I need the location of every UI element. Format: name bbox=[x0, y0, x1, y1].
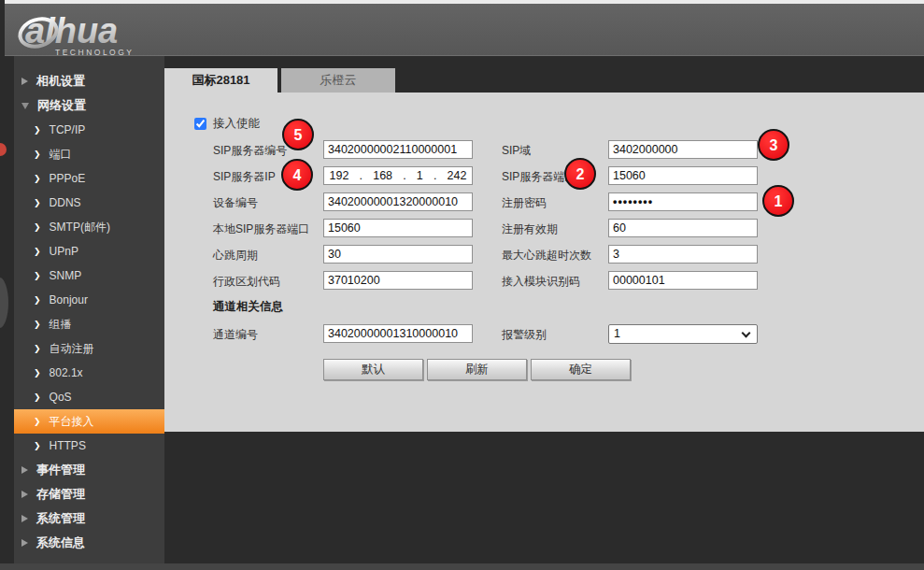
sip-domain-label: SIP域 bbox=[502, 143, 531, 159]
sidebar-item-label: TCP/IP bbox=[50, 118, 86, 142]
sidebar-item-ddns[interactable]: DDNS bbox=[14, 191, 164, 215]
sidebar-group-label: 相机设置 bbox=[36, 69, 85, 93]
sip-server-id-input[interactable] bbox=[323, 140, 473, 159]
edge-notification-dot bbox=[0, 143, 7, 156]
sidebar-item-auto-register[interactable]: 自动注册 bbox=[14, 336, 164, 361]
chevron-right-icon bbox=[34, 191, 41, 215]
sidebar-group-camera[interactable]: 相机设置 bbox=[14, 69, 164, 93]
region-code-label: 行政区划代码 bbox=[213, 274, 280, 290]
ip-octet-4[interactable]: 242 bbox=[448, 169, 467, 182]
ip-dot: . bbox=[434, 169, 436, 182]
triangle-down-icon bbox=[21, 103, 29, 109]
enable-access-checkbox[interactable] bbox=[194, 118, 206, 130]
triangle-right-icon bbox=[21, 78, 28, 85]
ip-octet-3[interactable]: 1 bbox=[417, 169, 423, 182]
tab-bar: 国标28181 乐橙云 bbox=[164, 68, 395, 93]
chevron-right-icon bbox=[34, 434, 41, 458]
ip-dot: . bbox=[360, 169, 362, 182]
sidebar-item-label: 平台接入 bbox=[50, 409, 94, 434]
channel-id-input[interactable] bbox=[323, 324, 473, 343]
sidebar-item-label: DDNS bbox=[50, 191, 81, 215]
sidebar-group-label: 事件管理 bbox=[36, 458, 85, 482]
annotation-badge-2: 2 bbox=[564, 158, 596, 190]
register-password-label: 注册密码 bbox=[502, 195, 547, 211]
annotation-badge-4: 4 bbox=[281, 159, 313, 191]
sidebar-item-label: SMTP(邮件) bbox=[50, 215, 110, 239]
sidebar-item-label: 自动注册 bbox=[50, 336, 94, 361]
sidebar-group-label: 网络设置 bbox=[37, 93, 86, 118]
channel-info-section-title: 通道相关信息 bbox=[213, 299, 283, 315]
device-id-input[interactable] bbox=[323, 192, 473, 211]
chevron-right-icon bbox=[34, 166, 41, 191]
device-id-label: 设备编号 bbox=[213, 195, 258, 211]
header: alhua TECHNOLOGY bbox=[5, 4, 924, 56]
access-module-id-input[interactable] bbox=[608, 271, 758, 290]
dahua-logo: alhua TECHNOLOGY bbox=[10, 7, 169, 62]
sidebar-group-event[interactable]: 事件管理 bbox=[14, 458, 164, 482]
sidebar-item-bonjour[interactable]: Bonjour bbox=[14, 288, 164, 312]
sidebar-item-platform-access[interactable]: 平台接入 bbox=[14, 409, 164, 434]
local-sip-port-input[interactable] bbox=[323, 219, 473, 237]
sip-domain-input[interactable] bbox=[608, 140, 758, 159]
sidebar-item-label: UPnP bbox=[50, 239, 78, 264]
ip-octet-1[interactable]: 192 bbox=[330, 169, 349, 182]
sidebar-item-multicast[interactable]: 组播 bbox=[14, 312, 164, 336]
register-valid-period-input[interactable] bbox=[608, 219, 758, 237]
sidebar-group-label: 系统管理 bbox=[36, 506, 85, 531]
sip-server-ip-label: SIP服务器IP bbox=[213, 169, 276, 185]
sidebar-item-pppoe[interactable]: PPPoE bbox=[14, 166, 164, 191]
tab-gb28181[interactable]: 国标28181 bbox=[164, 68, 277, 93]
chevron-right-icon bbox=[34, 288, 41, 312]
ip-dot: . bbox=[403, 169, 405, 182]
chevron-right-icon bbox=[34, 142, 41, 166]
sip-server-port-input[interactable] bbox=[608, 166, 758, 185]
sidebar-item-upnp[interactable]: UPnP bbox=[14, 239, 164, 264]
ok-button[interactable]: 确定 bbox=[531, 359, 631, 380]
sidebar-group-sysinfo[interactable]: 系统信息 bbox=[14, 531, 164, 555]
register-password-input[interactable] bbox=[608, 192, 758, 211]
chevron-right-icon bbox=[34, 336, 41, 361]
access-module-id-label: 接入模块识别码 bbox=[502, 274, 580, 290]
enable-access-row: 接入使能 bbox=[194, 116, 260, 132]
local-sip-port-label: 本地SIP服务器端口 bbox=[213, 221, 309, 237]
sidebar-item-smtp[interactable]: SMTP(邮件) bbox=[14, 215, 164, 239]
sidebar-collapse-handle[interactable] bbox=[0, 278, 8, 328]
region-code-input[interactable] bbox=[323, 271, 473, 290]
annotation-badge-5: 5 bbox=[282, 119, 314, 150]
sidebar-item-port[interactable]: 端口 bbox=[14, 142, 164, 166]
alarm-level-select[interactable]: 1 bbox=[608, 324, 758, 344]
alarm-level-label: 报警级别 bbox=[502, 327, 547, 343]
heartbeat-period-input[interactable] bbox=[323, 245, 473, 264]
dahua-logo-image: alhua TECHNOLOGY bbox=[10, 7, 169, 58]
sidebar-group-label: 存储管理 bbox=[36, 482, 85, 506]
channel-id-label: 通道编号 bbox=[213, 327, 258, 343]
sidebar-group-storage[interactable]: 存储管理 bbox=[14, 482, 164, 506]
sidebar-group-network[interactable]: 网络设置 bbox=[14, 93, 164, 118]
sidebar-item-qos[interactable]: QoS bbox=[14, 385, 164, 409]
sidebar-item-8021x[interactable]: 802.1x bbox=[14, 361, 164, 385]
refresh-button[interactable]: 刷新 bbox=[427, 359, 527, 380]
chevron-right-icon bbox=[34, 264, 41, 288]
sidebar-item-label: PPPoE bbox=[50, 166, 86, 191]
sidebar-item-https[interactable]: HTTPS bbox=[14, 434, 164, 458]
sidebar-item-label: 组播 bbox=[50, 312, 72, 336]
sidebar-item-label: QoS bbox=[50, 385, 72, 409]
default-button[interactable]: 默认 bbox=[323, 359, 423, 380]
bottom-strip bbox=[0, 563, 924, 570]
chevron-down-icon bbox=[742, 329, 751, 338]
sidebar-item-label: 802.1x bbox=[50, 361, 83, 385]
sidebar-group-system[interactable]: 系统管理 bbox=[14, 506, 164, 531]
sidebar: 相机设置 网络设置 TCP/IP 端口 PPPoE DDNS SMTP(邮件) … bbox=[14, 56, 164, 570]
sidebar-item-tcpip[interactable]: TCP/IP bbox=[14, 118, 164, 142]
chevron-right-icon bbox=[34, 385, 41, 409]
triangle-right-icon bbox=[21, 466, 28, 474]
tab-lechange[interactable]: 乐橙云 bbox=[281, 68, 395, 93]
chevron-right-icon bbox=[34, 239, 41, 264]
sidebar-item-snmp[interactable]: SNMP bbox=[14, 264, 164, 288]
sip-server-ip-input[interactable]: 192 . 168 . 1 . 242 bbox=[323, 166, 473, 185]
max-heartbeat-timeout-input[interactable] bbox=[608, 245, 758, 264]
enable-access-label: 接入使能 bbox=[213, 116, 260, 132]
max-heartbeat-timeout-label: 最大心跳超时次数 bbox=[502, 248, 591, 264]
ip-octet-2[interactable]: 168 bbox=[373, 169, 392, 182]
chevron-right-icon bbox=[34, 409, 41, 434]
